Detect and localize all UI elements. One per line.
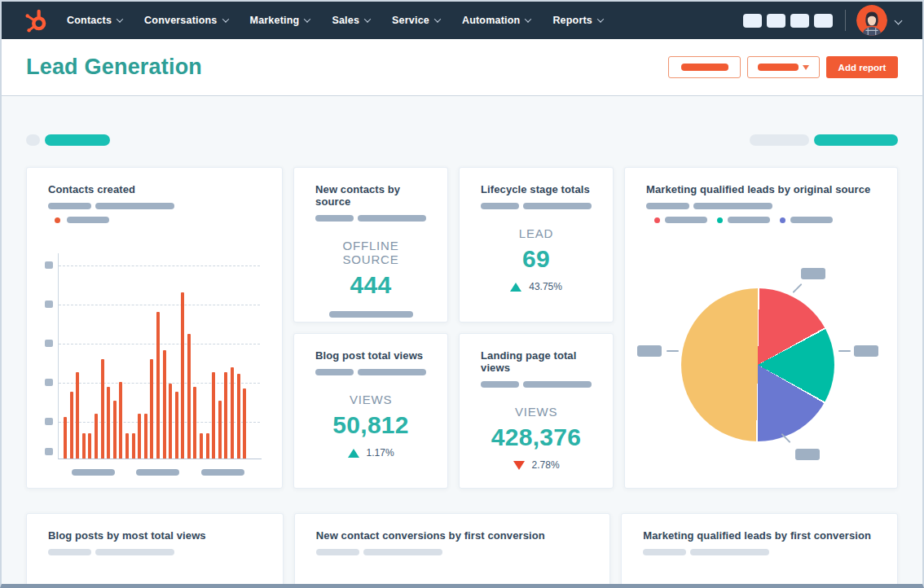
metric-delta: 1.17%: [315, 447, 426, 459]
top-nav: ContactsConversationsMarketingSalesServi…: [2, 2, 922, 39]
filter-pill-teal[interactable]: [814, 134, 898, 146]
bar: [119, 382, 122, 459]
card-title: Marketing qualified leads by first conve…: [643, 529, 876, 542]
placeholder-pill: [790, 217, 833, 223]
bar: [187, 334, 191, 459]
user-avatar[interactable]: [856, 5, 887, 36]
nav-item-label: Contacts: [67, 15, 112, 26]
bar: [138, 414, 141, 459]
metric-delta: 2.78%: [481, 459, 592, 471]
bar: [237, 374, 240, 459]
placeholder-pill: [523, 381, 592, 388]
card-mql-by-first-conversion: Marketing qualified leads by first conve…: [621, 513, 898, 584]
card-subtitle-placeholder: [315, 369, 426, 375]
metric-value: 444: [315, 271, 426, 299]
delta-value: 1.17%: [367, 447, 394, 459]
nav-item-reports[interactable]: Reports: [552, 15, 603, 26]
nav-item-label: Conversations: [144, 15, 217, 26]
add-report-button[interactable]: Add report: [826, 56, 898, 78]
pie-callout-placeholder: [801, 268, 825, 279]
bar: [156, 312, 160, 459]
nav-icon-tray: [738, 14, 833, 28]
card-title: Marketing qualified leads by original so…: [646, 183, 876, 195]
nav-item-label: Sales: [332, 15, 359, 26]
pie-legend-item: [780, 217, 833, 223]
metric-value: 428,376: [481, 423, 592, 451]
card-mql-by-original-source: Marketing qualified leads by original so…: [624, 167, 898, 489]
bar: [193, 387, 196, 459]
placeholder-pill: [67, 217, 109, 223]
page-header: Lead Generation Add report: [2, 39, 922, 96]
hubspot-logo-icon[interactable]: [23, 7, 51, 34]
y-tick-placeholder: [45, 340, 53, 347]
card-subtitle-placeholder: [481, 203, 592, 209]
metric-label: VIEWS: [481, 405, 592, 419]
bar: [243, 388, 246, 459]
nav-item-conversations[interactable]: Conversations: [144, 15, 227, 26]
placeholder-pill: [358, 369, 426, 375]
pie-callout-placeholder: [795, 449, 820, 460]
filter-group-right: [750, 134, 898, 146]
placeholder-pill: [646, 203, 689, 209]
y-tick-placeholder: [45, 379, 53, 386]
card-new-contact-conversions: New contact conversions by first convers…: [294, 513, 610, 584]
nav-item-sales[interactable]: Sales: [332, 15, 370, 26]
pie-legend-item: [717, 217, 770, 223]
header-dropdown-button[interactable]: [747, 56, 820, 78]
placeholder-pill: [315, 369, 354, 375]
filter-pill-placeholder[interactable]: [26, 134, 40, 146]
nav-item-automation[interactable]: Automation: [462, 15, 530, 26]
nav-icon-placeholder[interactable]: [767, 14, 785, 28]
placeholder-pill: [481, 381, 519, 388]
placeholder-pill: [316, 549, 359, 555]
card-blog-post-total-views: Blog post total views VIEWS 50,812 1.17%: [293, 333, 448, 489]
bar: [132, 433, 135, 459]
nav-item-label: Marketing: [250, 15, 300, 26]
filter-pill-teal[interactable]: [45, 134, 110, 146]
chevron-down-icon: [525, 15, 531, 22]
bar: [163, 350, 166, 459]
trend-up-icon: [510, 283, 521, 292]
nav-item-service[interactable]: Service: [392, 15, 440, 26]
card-title: Blog post total views: [315, 349, 426, 362]
nav-icon-placeholder[interactable]: [743, 14, 762, 28]
bar: [125, 433, 129, 459]
bar: [144, 414, 147, 459]
legend-dot: [780, 217, 785, 223]
pie-callout-line: [793, 283, 803, 293]
nav-item-label: Reports: [552, 15, 592, 26]
dashboard-row-2: Blog posts by most total views New conta…: [26, 513, 898, 584]
placeholder-pill: [523, 203, 592, 209]
card-subtitle-placeholder: [315, 215, 426, 222]
pie-legend: [646, 217, 876, 223]
dashboard-row-1: Contacts created: [26, 167, 898, 489]
caret-down-icon: [803, 65, 809, 70]
nav-item-contacts[interactable]: Contacts: [67, 15, 122, 26]
dashboard-column-2: New contacts by source OFFLINE SOURCE 44…: [293, 167, 448, 489]
placeholder-pill: [358, 215, 426, 222]
pie-callout-line: [838, 350, 851, 352]
nav-right-tray: [738, 5, 901, 36]
nav-icon-placeholder[interactable]: [790, 14, 809, 28]
avatar-chevron-down-icon[interactable]: [895, 16, 903, 24]
nav-item-marketing[interactable]: Marketing: [250, 15, 310, 26]
filter-pill-placeholder[interactable]: [750, 134, 809, 146]
placeholder-pill: [329, 311, 413, 318]
legend-dot: [654, 217, 660, 223]
card-lifecycle-stage-totals: Lifecycle stage totals LEAD 69 43.75%: [459, 167, 614, 323]
bar: [169, 384, 172, 459]
chevron-down-icon: [117, 15, 123, 22]
nav-icon-placeholder[interactable]: [814, 14, 833, 28]
placeholder-pill: [363, 549, 442, 555]
redacted-label-bar: [758, 64, 799, 71]
page-title: Lead Generation: [26, 55, 202, 80]
card-subtitle-placeholder: [481, 381, 592, 388]
bar-chart-bars: [64, 292, 246, 459]
y-tick-placeholder: [45, 448, 53, 455]
pie-chart: [681, 288, 834, 441]
card-title: Lifecycle stage totals: [481, 183, 592, 195]
header-action-button[interactable]: [668, 56, 741, 78]
bar: [70, 392, 73, 459]
bar: [88, 433, 91, 459]
placeholder-pill: [48, 549, 91, 555]
